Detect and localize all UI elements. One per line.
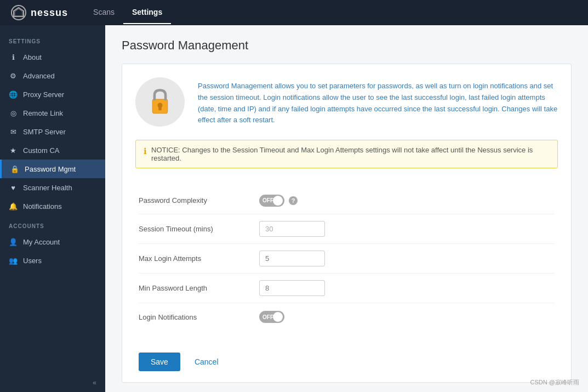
sidebar-section-settings: SETTINGS (0, 31, 105, 48)
sidebar-label-smtp: SMTP Server (23, 128, 66, 136)
sidebar-label-advanced: Advanced (23, 72, 55, 80)
toggle-knob-notifications (273, 312, 283, 322)
proxy-icon: 🌐 (9, 90, 18, 99)
sidebar-label-notifications: Notifications (23, 202, 62, 211)
users-icon: 👥 (9, 256, 18, 265)
toggle-login-notifications[interactable]: OFF (259, 311, 284, 323)
nav-settings[interactable]: Settings (123, 1, 171, 24)
label-session-timeout: Session Timeout (mins) (139, 225, 259, 233)
label-min-password-length: Min Password Length (139, 284, 259, 292)
label-max-login-attempts: Max Login Attempts (139, 254, 259, 263)
sidebar-label-remote: Remote Link (23, 109, 63, 117)
cancel-button[interactable]: Cancel (187, 353, 226, 371)
sidebar-label-proxy: Proxy Server (23, 90, 64, 99)
form-section: Password Complexity OFF ? Session Timeou… (122, 181, 571, 344)
remote-icon: ◎ (9, 109, 18, 117)
toggle-off-label-notifications: OFF (262, 314, 273, 320)
form-actions: Save Cancel (122, 344, 571, 382)
custom-ca-icon: ★ (9, 146, 18, 155)
form-row-max-login-attempts: Max Login Attempts (139, 244, 555, 274)
info-description: Password Management allows you to set pa… (198, 77, 558, 126)
form-row-password-complexity: Password Complexity OFF ? (139, 187, 555, 214)
topnav: nessus Scans Settings (0, 0, 588, 25)
form-row-login-notifications: Login Notifications OFF (139, 303, 555, 331)
sidebar: SETTINGS ℹ About ⚙ Advanced 🌐 Proxy Serv… (0, 25, 105, 392)
my-account-icon: 👤 (9, 237, 18, 246)
sidebar-item-advanced[interactable]: ⚙ Advanced (0, 66, 105, 85)
toggle-password-complexity[interactable]: OFF (259, 195, 284, 207)
page-title: Password Management (122, 38, 572, 53)
sidebar-item-custom-ca[interactable]: ★ Custom CA (0, 141, 105, 160)
sidebar-item-notifications[interactable]: 🔔 Notifications (0, 197, 105, 215)
toggle-switch-login-notifications[interactable]: OFF (259, 311, 284, 323)
help-icon-password-complexity[interactable]: ? (289, 196, 298, 205)
logo-icon (11, 5, 26, 20)
sidebar-item-about[interactable]: ℹ About (0, 48, 105, 66)
svg-rect-5 (158, 106, 162, 110)
sidebar-label-my-account: My Account (23, 238, 60, 246)
info-section: Password Management allows you to set pa… (122, 64, 571, 140)
sidebar-item-my-account[interactable]: 👤 My Account (0, 232, 105, 251)
notice-banner: ℹ NOTICE: Changes to the Session Timeout… (135, 140, 558, 168)
toggle-knob (273, 196, 283, 206)
sidebar-item-password-mgmt[interactable]: 🔒 Password Mgmt (0, 160, 105, 178)
form-row-min-password-length: Min Password Length (139, 274, 555, 303)
scanner-icon: ♥ (9, 183, 18, 192)
sidebar-label-users: Users (23, 257, 42, 265)
sidebar-label-password: Password Mgmt (25, 165, 76, 173)
notifications-icon: 🔔 (9, 202, 18, 211)
save-button[interactable]: Save (139, 353, 180, 371)
label-password-complexity: Password Complexity (139, 196, 259, 204)
about-icon: ℹ (9, 53, 18, 61)
input-max-login-attempts[interactable] (259, 251, 325, 266)
sidebar-item-remote-link[interactable]: ◎ Remote Link (0, 104, 105, 122)
smtp-icon: ✉ (9, 127, 18, 136)
sidebar-item-scanner-health[interactable]: ♥ Scanner Health (0, 178, 105, 197)
lock-icon (146, 87, 174, 117)
advanced-icon: ⚙ (9, 71, 18, 80)
sidebar-section-accounts: ACCOUNTS (0, 215, 105, 232)
password-mgmt-card: Password Management allows you to set pa… (122, 64, 572, 383)
sidebar-item-proxy-server[interactable]: 🌐 Proxy Server (0, 85, 105, 104)
notice-icon: ℹ (144, 146, 147, 156)
sidebar-item-smtp[interactable]: ✉ SMTP Server (0, 122, 105, 141)
app-logo[interactable]: nessus (11, 5, 68, 20)
password-icon: 🔒 (10, 164, 19, 173)
notice-text: NOTICE: Changes to the Session Timeout a… (151, 146, 550, 162)
sidebar-label-about: About (23, 53, 42, 61)
toggle-off-label: OFF (262, 197, 273, 203)
lock-icon-container (135, 77, 185, 127)
app-name: nessus (31, 7, 68, 19)
nav-scans[interactable]: Scans (84, 1, 123, 24)
form-row-session-timeout: Session Timeout (mins) (139, 214, 555, 244)
sidebar-label-scanner: Scanner Health (23, 184, 72, 192)
sidebar-collapse-button[interactable]: « (0, 373, 105, 392)
sidebar-item-users[interactable]: 👥 Users (0, 251, 105, 270)
input-min-password-length[interactable] (259, 280, 325, 296)
label-login-notifications: Login Notifications (139, 313, 259, 321)
sidebar-label-custom-ca: Custom CA (23, 146, 59, 155)
topnav-links: Scans Settings (84, 1, 171, 24)
main-content: Password Management Password (105, 25, 588, 392)
toggle-switch-password-complexity[interactable]: OFF (259, 195, 284, 207)
watermark: CSDN @寂峰听雨 (530, 378, 579, 387)
input-session-timeout[interactable] (259, 221, 325, 237)
